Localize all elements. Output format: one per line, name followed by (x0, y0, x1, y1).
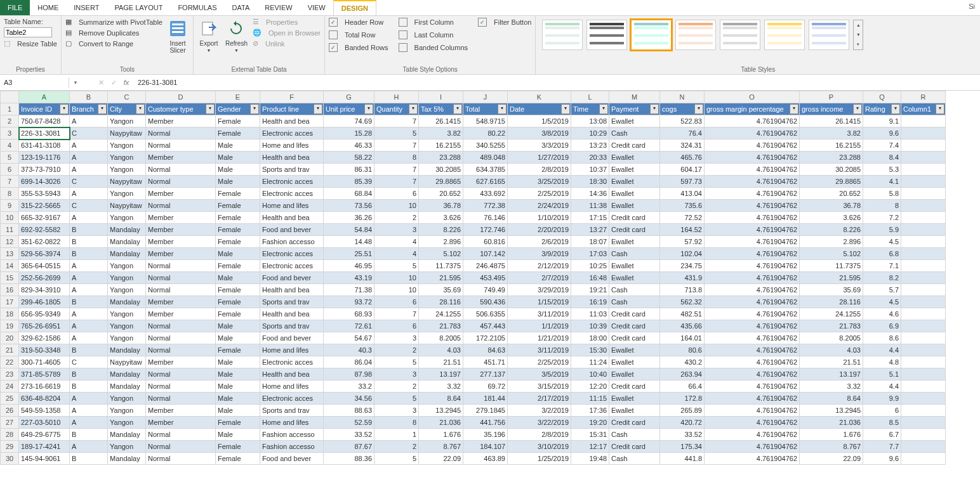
cell[interactable]: 4 (374, 236, 419, 248)
cell[interactable]: Yangon (108, 417, 146, 429)
cell[interactable]: 2/17/2019 (508, 393, 571, 405)
cell[interactable]: Male (216, 393, 260, 405)
cell[interactable]: 9.9 (863, 393, 901, 405)
filter-dropdown-icon[interactable]: ▾ (250, 104, 259, 114)
tab-review[interactable]: REVIEW (257, 0, 300, 15)
column-header[interactable]: G (324, 91, 374, 103)
cell[interactable]: 5 (374, 356, 419, 368)
cell[interactable] (901, 164, 946, 176)
cell[interactable]: C (70, 200, 108, 212)
cell[interactable]: 54.84 (324, 224, 374, 236)
row-header[interactable]: 27 (1, 417, 19, 429)
filter-dropdown-icon[interactable]: ▾ (453, 104, 462, 114)
cell[interactable]: Mandalay (108, 224, 146, 236)
cell[interactable]: 60.816 (463, 236, 508, 248)
cell[interactable]: 10 (374, 200, 419, 212)
cell[interactable]: 189-17-4241 (19, 441, 70, 453)
cell[interactable]: 373-73-7910 (19, 164, 70, 176)
row-header[interactable]: 22 (1, 356, 19, 368)
cell[interactable]: 43.19 (324, 272, 374, 284)
cell[interactable]: Yangon (108, 393, 146, 405)
cell[interactable]: 371-85-5789 (19, 368, 70, 381)
cell[interactable]: 22.09 (419, 453, 463, 465)
cell[interactable]: 13:08 (571, 115, 609, 127)
cell[interactable]: 4.761904762 (705, 188, 800, 200)
cell[interactable]: 40.3 (324, 344, 374, 356)
row-header[interactable]: 30 (1, 453, 19, 465)
cell[interactable]: Member (146, 405, 216, 417)
cell[interactable]: Normal (146, 176, 216, 188)
cell[interactable]: 4.761904762 (705, 332, 800, 344)
cell[interactable]: Yangon (108, 441, 146, 453)
cell[interactable]: 1/27/2019 (508, 152, 571, 164)
cell[interactable]: 52.59 (324, 417, 374, 429)
cell[interactable]: 3.32 (419, 381, 463, 393)
cell[interactable]: Female (216, 417, 260, 429)
cell[interactable]: 8.226 (800, 224, 863, 236)
cell[interactable]: 102.04 (660, 248, 705, 260)
cell[interactable]: Member (146, 115, 216, 127)
filter-dropdown-icon[interactable]: ▾ (60, 104, 69, 114)
cell[interactable]: 46.95 (324, 260, 374, 272)
cell[interactable]: Normal (146, 164, 216, 176)
row-header[interactable]: 19 (1, 320, 19, 332)
filter-dropdown-icon[interactable]: ▾ (936, 104, 944, 114)
cell[interactable] (901, 260, 946, 272)
cell[interactable]: B (70, 344, 108, 356)
cell[interactable]: 2/12/2019 (508, 260, 571, 272)
cell[interactable]: 30.2085 (419, 164, 463, 176)
cell[interactable]: 226-31-3081 (19, 127, 70, 140)
cell[interactable]: 4.03 (800, 344, 863, 356)
header-row-checkbox[interactable]: ✓ Header Row (329, 17, 388, 27)
row-header[interactable]: 18 (1, 308, 19, 320)
cell[interactable]: 604.17 (660, 164, 705, 176)
cell[interactable]: A (70, 308, 108, 320)
cell[interactable]: 4.761904762 (705, 224, 800, 236)
cell[interactable]: Naypyitaw (108, 127, 146, 140)
cell[interactable]: Yangon (108, 115, 146, 127)
cell[interactable]: 279.1845 (463, 405, 508, 417)
cell[interactable] (901, 381, 946, 393)
cell[interactable]: 80.22 (463, 127, 508, 140)
cell[interactable]: 3/15/2019 (508, 381, 571, 393)
cell[interactable]: 20.652 (800, 188, 863, 200)
cell[interactable]: 85.39 (324, 176, 374, 188)
cell[interactable]: 365-64-0515 (19, 260, 70, 272)
cell[interactable]: 107.142 (463, 248, 508, 260)
remove-duplicates-button[interactable]: ▤ Remove Duplicates (65, 28, 162, 37)
cell[interactable]: 26.1415 (800, 115, 863, 127)
cell[interactable]: 16.2155 (800, 140, 863, 152)
cell[interactable]: 4.8 (863, 356, 901, 368)
cell[interactable]: 35.69 (419, 284, 463, 296)
row-header[interactable]: 12 (1, 236, 19, 248)
cell[interactable]: Male (216, 332, 260, 344)
cell[interactable]: 20:33 (571, 152, 609, 164)
cell[interactable]: Fashion accesso (260, 441, 324, 453)
cell[interactable]: 2 (374, 212, 419, 224)
cell[interactable]: Cash (609, 248, 660, 260)
cell[interactable]: 765-26-6951 (19, 320, 70, 332)
cell[interactable]: 597.73 (660, 176, 705, 188)
cell[interactable]: 4.1 (863, 176, 901, 188)
table-header-cell[interactable]: Tax 5%▾ (419, 103, 463, 115)
cell[interactable]: 181.44 (463, 393, 508, 405)
cell[interactable]: Male (216, 164, 260, 176)
cell[interactable]: 4.761904762 (705, 320, 800, 332)
cell[interactable] (901, 188, 946, 200)
cell[interactable]: Food and bever (260, 224, 324, 236)
cell[interactable]: 88.36 (324, 453, 374, 465)
cell[interactable]: Naypyitaw (108, 176, 146, 188)
cell[interactable]: 13:27 (571, 224, 609, 236)
cell[interactable]: A (70, 140, 108, 152)
cell[interactable]: Electronic acces (260, 127, 324, 140)
cell[interactable]: 8.6 (863, 332, 901, 344)
cell[interactable] (901, 453, 946, 465)
cell[interactable]: 656-95-9349 (19, 308, 70, 320)
cell[interactable]: Ewallet (609, 115, 660, 127)
cell[interactable]: 86.31 (324, 164, 374, 176)
cell[interactable]: 6.7 (863, 429, 901, 441)
cell[interactable]: 13.197 (800, 368, 863, 381)
row-header[interactable]: 11 (1, 224, 19, 236)
cell[interactable]: Ewallet (609, 260, 660, 272)
cell[interactable]: 17:36 (571, 405, 609, 417)
